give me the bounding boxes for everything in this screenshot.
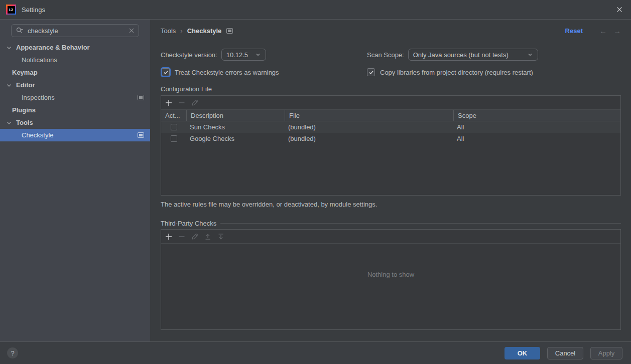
help-button[interactable]: ? (7, 347, 18, 358)
chevron-down-icon[interactable] (5, 44, 13, 52)
breadcrumb-tools[interactable]: Tools (161, 27, 176, 35)
treat-errors-label: Treat Checkstyle errors as warnings (175, 69, 279, 76)
sidebar-item-plugins[interactable]: Plugins (0, 104, 150, 116)
settings-page-icon (138, 95, 144, 100)
settings-page-icon (226, 28, 233, 34)
column-description[interactable]: Description (187, 110, 285, 121)
sidebar-item-editor[interactable]: Editor (0, 79, 150, 91)
configuration-file-section-header: Configuration File (161, 85, 621, 93)
active-cell (161, 124, 187, 130)
third-party-title: Third-Party Checks (161, 220, 216, 227)
checkmark-icon (368, 70, 374, 75)
close-icon (616, 6, 623, 13)
chevron-down-icon (527, 51, 534, 58)
column-active[interactable]: Act... (161, 110, 187, 121)
column-scope[interactable]: Scope (454, 110, 620, 121)
active-cell (161, 135, 187, 142)
settings-sidebar: Appearance & Behavior Notifications Keym… (0, 20, 150, 341)
third-party-section-header: Third-Party Checks (161, 219, 621, 227)
empty-list-message: Nothing to show (161, 244, 620, 278)
section-divider (220, 223, 621, 224)
pencil-icon (191, 233, 199, 241)
file-cell: (bundled) (285, 135, 454, 142)
settings-search-field[interactable] (11, 24, 139, 37)
version-label: Checkstyle version: (161, 51, 217, 59)
file-cell: (bundled) (285, 123, 454, 131)
checkstyle-version-control: Checkstyle version: 10.12.5 (161, 49, 266, 61)
scope-cell: All (454, 135, 620, 142)
description-cell: Sun Checks (187, 123, 285, 131)
settings-page-icon (138, 132, 144, 138)
apply-button[interactable]: Apply (590, 347, 622, 359)
page-header: Tools › Checkstyle Reset ← → (161, 26, 621, 35)
scan-scope-value: Only Java sources (but not tests) (413, 51, 509, 59)
question-mark-icon: ? (11, 349, 14, 357)
search-icon (16, 27, 24, 35)
reset-link[interactable]: Reset (565, 27, 583, 35)
footer-buttons: OK Cancel Apply (504, 347, 622, 359)
treat-errors-checkbox[interactable] (162, 68, 170, 76)
sidebar-item-checkstyle[interactable]: Checkstyle (0, 129, 150, 141)
column-file[interactable]: File (285, 110, 454, 121)
treat-errors-as-warnings-row: Treat Checkstyle errors as warnings (162, 68, 279, 77)
ok-button[interactable]: OK (504, 347, 540, 359)
scope-cell: All (454, 123, 620, 131)
chevron-down-icon[interactable] (5, 119, 13, 127)
table-row-google-checks[interactable]: Google Checks (bundled) All (161, 133, 620, 144)
back-arrow-icon[interactable]: ← (599, 27, 607, 35)
dialog-footer: ? OK Cancel Apply (0, 341, 631, 364)
configuration-file-title: Configuration File (161, 85, 212, 93)
copy-libraries-checkbox[interactable] (367, 68, 375, 76)
configuration-file-table: Act... Description File Scope Sun Checks… (161, 95, 621, 196)
edit-button[interactable] (191, 233, 199, 241)
scan-scope-label: Scan Scope: (367, 51, 404, 59)
chevron-down-icon[interactable] (5, 81, 13, 89)
active-checkbox[interactable] (171, 124, 177, 130)
forward-arrow-icon[interactable]: → (613, 27, 621, 35)
module-override-note: The active rules file may be overridden,… (161, 201, 377, 208)
remove-button[interactable] (178, 233, 186, 241)
checkmark-icon (163, 70, 169, 75)
scan-scope-dropdown[interactable]: Only Java sources (but not tests) (408, 49, 538, 61)
intellij-logo-icon: IJ (6, 5, 16, 15)
clear-search-icon[interactable] (129, 28, 135, 34)
settings-tree: Appearance & Behavior Notifications Keym… (0, 37, 150, 141)
sidebar-item-appearance-behavior[interactable]: Appearance & Behavior (0, 41, 150, 54)
sidebar-item-notifications[interactable]: Notifications (0, 54, 150, 66)
search-input[interactable] (27, 27, 125, 35)
minus-icon (178, 233, 186, 241)
version-value: 10.12.5 (226, 51, 248, 59)
add-button[interactable] (165, 233, 173, 241)
third-party-checks-table: Nothing to show (161, 229, 621, 330)
scan-scope-control: Scan Scope: Only Java sources (but not t… (367, 49, 538, 61)
remove-button[interactable] (178, 99, 186, 107)
sidebar-item-tools[interactable]: Tools (0, 116, 150, 129)
breadcrumb-separator: › (180, 27, 182, 35)
copy-libraries-row: Copy libraries from project directory (r… (367, 68, 533, 77)
version-dropdown[interactable]: 10.12.5 (221, 49, 266, 61)
titlebar: IJ Settings (0, 0, 631, 20)
chevron-down-icon (255, 51, 262, 58)
third-party-toolbar (161, 230, 620, 244)
arrow-down-to-line-icon (217, 233, 225, 241)
move-up-button[interactable] (204, 233, 212, 241)
intellij-logo-text: IJ (8, 6, 15, 14)
window-title: Settings (22, 6, 45, 14)
sidebar-item-keymap[interactable]: Keymap (0, 66, 150, 79)
checkstyle-settings-panel: Tools › Checkstyle Reset ← → Checkstyle … (150, 20, 631, 341)
breadcrumb-checkstyle: Checkstyle (187, 27, 222, 35)
plus-icon (165, 99, 173, 107)
sidebar-item-inspections[interactable]: Inspections (0, 91, 150, 104)
active-checkbox[interactable] (171, 135, 177, 142)
edit-button[interactable] (191, 99, 199, 107)
table-header: Act... Description File Scope (161, 110, 620, 121)
close-button[interactable] (615, 5, 624, 14)
minus-icon (178, 99, 186, 107)
cancel-button[interactable]: Cancel (547, 347, 583, 359)
plus-icon (165, 233, 173, 241)
copy-libraries-label: Copy libraries from project directory (r… (380, 69, 533, 76)
pencil-icon (191, 99, 199, 107)
move-down-button[interactable] (217, 233, 225, 241)
table-row-sun-checks[interactable]: Sun Checks (bundled) All (161, 121, 620, 133)
add-button[interactable] (165, 99, 173, 107)
